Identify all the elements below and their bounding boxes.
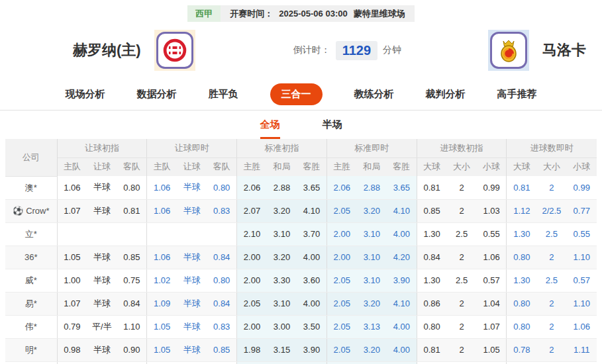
odds-cell: 0.80 [207, 176, 236, 199]
odds-cell: 半球 [177, 315, 207, 338]
odds-cell: 1.10 [117, 315, 147, 338]
column-header: 大小 [536, 158, 566, 176]
odds-cell: 0.55 [567, 222, 597, 246]
odds-cell: 1.10 [567, 246, 597, 269]
odds-cell: 0.80 [507, 315, 536, 338]
odds-cell: 半球 [177, 269, 207, 292]
odds-cell [507, 361, 536, 364]
odds-cell: 半球 [87, 292, 117, 315]
odds-cell: 2.00 [326, 222, 356, 246]
column-header: 客胜 [387, 158, 417, 176]
odds-cell [147, 361, 177, 364]
odds-cell: 1.00 [57, 269, 87, 292]
subtab-全场[interactable]: 全场 [260, 118, 280, 139]
odds-cell [357, 361, 387, 364]
odds-cell: 3.00 [267, 315, 297, 338]
odds-cell: 1.07 [477, 315, 507, 338]
odds-cell: 2 [536, 292, 566, 315]
column-header: 大小 [446, 158, 476, 176]
nav-tab-教练分析[interactable]: 教练分析 [354, 88, 394, 101]
odds-cell: 1.30 [417, 222, 446, 246]
match-info-bar: 西甲 开赛时间： 2025-05-06 03:00 蒙特里维球场 [0, 5, 602, 22]
odds-cell: 0.80 [117, 176, 147, 199]
odds-cell: 2.06 [326, 176, 356, 199]
odds-cell: 1.05 [57, 246, 87, 269]
odds-cell: 2.00 [237, 246, 267, 269]
company-cell: 威* [5, 269, 57, 292]
odds-cell: 1.10 [567, 292, 597, 315]
odds-cell: 1.03 [477, 199, 507, 222]
odds-cell [446, 361, 476, 364]
odds-cell: 2 [536, 246, 566, 269]
odds-cell: 半球 [87, 269, 117, 292]
odds-cell: 0.79 [57, 315, 87, 338]
odds-cell: 4.10 [387, 292, 417, 315]
nav-tab-裁判分析[interactable]: 裁判分析 [426, 88, 466, 101]
odds-cell: 2.00 [326, 246, 356, 269]
kickoff-label: 开赛时间： [230, 8, 273, 20]
odds-cell: 3.15 [267, 338, 297, 361]
table-row: 易*1.07半球0.841.09半球0.842.053.104.002.053.… [5, 292, 597, 315]
odds-cell: 1.06 [57, 176, 87, 199]
odds-cell: 2.5 [536, 269, 566, 292]
subtab-半场[interactable]: 半场 [323, 118, 342, 139]
soccer-ball-icon: ⚽ [13, 206, 23, 216]
odds-cell: 2.07 [237, 199, 267, 222]
nav-tab-三合一[interactable]: 三合一 [270, 83, 323, 105]
nav-tab-现场分析[interactable]: 现场分析 [66, 88, 105, 101]
company-cell: ⚽Crow* [5, 199, 57, 222]
group-header: 进球数即时 [507, 139, 597, 158]
company-cell [5, 361, 57, 364]
odds-cell: 0.99 [477, 176, 507, 199]
odds-cell: 1.30 [417, 269, 446, 292]
odds-cell: 半球 [87, 338, 117, 361]
nav-tab-高手推荐[interactable]: 高手推荐 [497, 88, 537, 101]
odds-cell: 2.5 [446, 269, 476, 292]
countdown-unit: 分钟 [383, 44, 401, 56]
group-header: 让球即时 [147, 139, 237, 158]
home-team-name: 赫罗纳(主) [73, 40, 141, 60]
odds-cell: 0.81 [507, 176, 536, 199]
odds-cell: 1.12 [507, 199, 536, 222]
group-header: 让球初指 [57, 139, 147, 158]
countdown-value: 1129 [336, 41, 377, 60]
odds-cell [177, 222, 207, 246]
odds-cell [177, 361, 207, 364]
odds-cell [297, 361, 326, 364]
column-header: 客胜 [297, 158, 326, 176]
odds-cell: 0.55 [477, 222, 507, 246]
odds-cell: 2.88 [357, 176, 387, 199]
odds-cell [207, 361, 236, 364]
table-row [5, 361, 597, 364]
table-group-header-row: 公司让球初指让球即时标准初指标准即时进球数初指进球数即时 [5, 139, 597, 158]
venue: 蒙特里维球场 [354, 8, 405, 20]
odds-cell [267, 361, 297, 364]
odds-cell: 0.83 [207, 199, 236, 222]
odds-cell [117, 222, 147, 246]
group-header: 标准初指 [237, 139, 327, 158]
odds-cell: 0.84 [207, 246, 236, 269]
odds-cell: 2/2.5 [536, 199, 566, 222]
kickoff-time: 2025-05-06 03:00 [279, 9, 347, 19]
team-header: 赫罗纳(主) 倒计时： 1129 分钟 [0, 22, 602, 79]
odds-cell: 1.09 [147, 292, 177, 315]
odds-cell: 0.77 [567, 199, 597, 222]
nav-tab-数据分析[interactable]: 数据分析 [137, 88, 177, 101]
league-badge: 西甲 [187, 5, 221, 22]
odds-cell: 4.20 [387, 246, 417, 269]
nav-tab-胜平负[interactable]: 胜平负 [209, 88, 238, 101]
odds-cell: 2.00 [237, 269, 267, 292]
odds-cell: 0.99 [567, 176, 597, 199]
odds-cell: 0.85 [417, 199, 446, 222]
odds-cell: 4.00 [387, 315, 417, 338]
odds-cell: 3.60 [297, 269, 326, 292]
odds-cell: 半球 [87, 199, 117, 222]
odds-cell: 3.30 [267, 269, 297, 292]
odds-cell [417, 361, 446, 364]
odds-cell: 1.05 [147, 338, 177, 361]
mallorca-crest-icon [490, 32, 527, 69]
odds-table: 公司让球初指让球即时标准初指标准即时进球数初指进球数即时 主队让球客队主队让球客… [5, 139, 597, 364]
odds-cell: 0.84 [207, 292, 236, 315]
column-header: 让球 [87, 158, 117, 176]
odds-cell [387, 361, 417, 364]
